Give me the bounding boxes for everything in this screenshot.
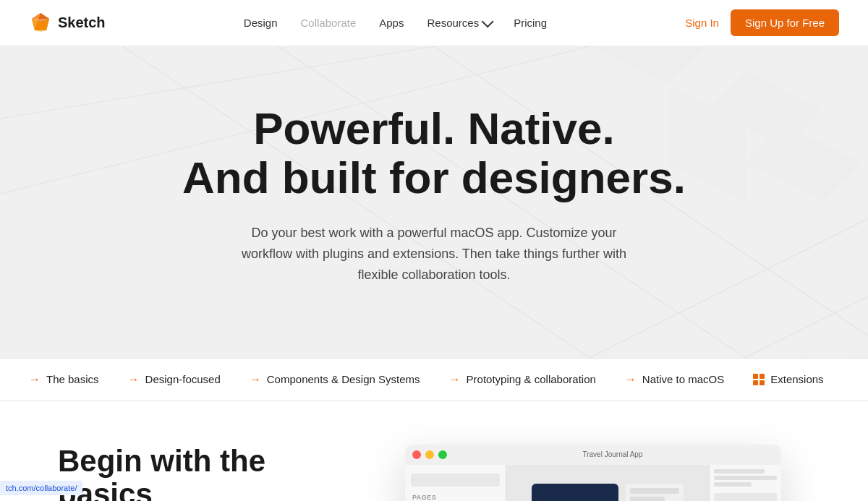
feature-item-native[interactable]: → Native to macOS xyxy=(610,359,739,401)
app-mockup: Travel Journal App Pages iOS Designs Moc… xyxy=(405,445,810,501)
canvas-side-panel xyxy=(626,484,684,501)
signin-button[interactable]: Sign In xyxy=(685,17,719,29)
inspector-row-3 xyxy=(714,482,752,487)
feature-label-basics: The basics xyxy=(46,373,99,385)
navbar: Sketch Design Collaborate Apps Resources… xyxy=(0,0,868,46)
content-right: Travel Journal App Pages iOS Designs Moc… xyxy=(318,445,810,501)
nav-link-design[interactable]: Design xyxy=(244,17,278,29)
nav-link-collaborate[interactable]: Collaborate xyxy=(301,17,357,29)
nav-item-collaborate[interactable]: Collaborate xyxy=(301,17,357,30)
content-title-line1: Begin with the xyxy=(58,444,265,478)
hero-title-line2: And built for designers. xyxy=(182,153,686,202)
traffic-light-red xyxy=(412,450,421,459)
content-title: Begin with the basics xyxy=(58,445,275,501)
navbar-actions: Sign In Sign Up for Free xyxy=(685,9,839,36)
window-canvas: YOUR TRIPS xyxy=(506,465,709,501)
panel-row-1 xyxy=(630,488,679,494)
window-sidebar: Pages iOS Designs Mockup Your Trips Bars… xyxy=(405,465,506,501)
feature-item-components[interactable]: → Components & Design Systems xyxy=(235,359,435,401)
inspector-row-1 xyxy=(714,469,765,474)
signup-button[interactable]: Sign Up for Free xyxy=(731,9,839,36)
sidebar-pages-section: Pages xyxy=(405,492,506,501)
nav-link-resources[interactable]: Resources xyxy=(427,17,490,29)
nav-link-pricing[interactable]: Pricing xyxy=(514,17,547,29)
nav-link-apps[interactable]: Apps xyxy=(379,17,404,29)
feature-label-design: Design-focused xyxy=(145,373,221,385)
window-titlebar: Travel Journal App xyxy=(405,445,781,465)
grid-icon-extensions xyxy=(753,374,765,385)
sketch-logo-icon xyxy=(29,12,52,35)
sidebar-search xyxy=(411,474,500,487)
panel-row-2 xyxy=(630,497,665,501)
window-title: Travel Journal App xyxy=(451,450,774,458)
nav-item-resources[interactable]: Resources xyxy=(427,17,490,29)
nav-item-apps[interactable]: Apps xyxy=(379,17,404,30)
traffic-light-yellow xyxy=(425,450,434,459)
arrow-icon-prototyping: → xyxy=(449,373,461,386)
main-nav: Design Collaborate Apps Resources Pricin… xyxy=(244,17,547,30)
arrow-icon-basics: → xyxy=(29,373,41,386)
inspector-color-block xyxy=(714,493,777,501)
feature-item-prototyping[interactable]: → Prototyping & collaboration xyxy=(435,359,610,401)
content-left: Begin with the basics xyxy=(58,445,275,501)
nav-item-design[interactable]: Design xyxy=(244,17,278,30)
feature-label-native: Native to macOS xyxy=(642,373,724,385)
traffic-light-green xyxy=(438,450,447,459)
logo[interactable]: Sketch xyxy=(29,12,106,35)
features-bar: → The basics → Design-focused → Componen… xyxy=(0,358,868,401)
feature-item-basics[interactable]: → The basics xyxy=(29,359,114,401)
arrow-icon-design: → xyxy=(128,373,140,386)
inspector-panel xyxy=(709,465,781,501)
inspector-row-2 xyxy=(714,476,777,480)
logo-text: Sketch xyxy=(58,14,106,31)
feature-item-design-focused[interactable]: → Design-focused xyxy=(114,359,235,401)
nav-item-pricing[interactable]: Pricing xyxy=(514,17,547,30)
arrow-icon-components: → xyxy=(250,373,261,386)
hero-title: Powerful. Native. And built for designer… xyxy=(181,104,687,202)
window-body: Pages iOS Designs Mockup Your Trips Bars… xyxy=(405,465,781,501)
mockup-window: Travel Journal App Pages iOS Designs Moc… xyxy=(405,445,781,501)
arrow-icon-native: → xyxy=(625,373,637,386)
hero-content: Powerful. Native. And built for designer… xyxy=(181,104,687,286)
content-section: Begin with the basics Travel Journal App xyxy=(0,401,868,501)
hero-section: Powerful. Native. And built for designer… xyxy=(0,46,868,358)
feature-label-extensions: Extensions xyxy=(770,373,823,385)
nav-resources-label: Resources xyxy=(427,17,479,29)
feature-label-components: Components & Design Systems xyxy=(267,373,420,385)
feature-item-extensions[interactable]: Extensions xyxy=(739,359,838,401)
chevron-down-icon xyxy=(482,15,494,27)
feature-label-prototyping: Prototyping & collaboration xyxy=(467,373,596,385)
canvas-phone-mockup: YOUR TRIPS xyxy=(532,484,618,501)
hero-subtitle: Do your best work with a powerful macOS … xyxy=(231,223,637,285)
hero-title-line1: Powerful. Native. xyxy=(253,103,615,153)
url-bar: tch.com/collaborate/ xyxy=(0,481,82,495)
